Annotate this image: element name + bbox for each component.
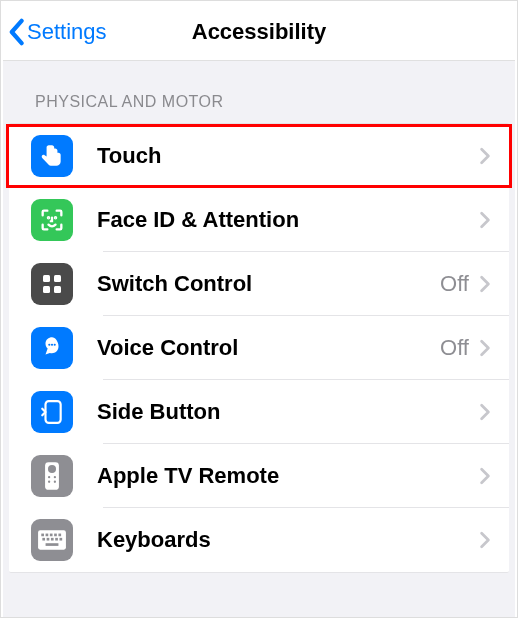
svg-point-14 [48,481,50,483]
chevron-right-icon [479,467,491,485]
back-button[interactable]: Settings [7,18,107,46]
svg-point-7 [51,344,53,346]
row-voice-control[interactable]: Voice Control Off [9,316,509,380]
content-area: PHYSICAL AND MOTOR Touch Face ID & Atten… [3,61,515,618]
row-label: Keyboards [97,527,479,553]
keyboard-icon [31,519,73,561]
switch-control-icon [31,263,73,305]
svg-rect-23 [47,538,50,541]
svg-rect-21 [58,534,61,537]
row-detail: Off [440,271,469,297]
side-button-icon [31,391,73,433]
row-label: Side Button [97,399,479,425]
chevron-right-icon [479,339,491,357]
page-title: Accessibility [192,19,327,45]
row-label: Face ID & Attention [97,207,479,233]
row-detail: Off [440,335,469,361]
section-header: PHYSICAL AND MOTOR [7,65,511,123]
chevron-right-icon [479,275,491,293]
row-switch-control[interactable]: Switch Control Off [9,252,509,316]
chevron-right-icon [479,403,491,421]
row-touch[interactable]: Touch [6,124,512,188]
svg-point-15 [54,481,56,483]
svg-point-1 [55,217,56,218]
svg-point-11 [48,465,56,473]
nav-bar: Settings Accessibility [3,3,515,61]
row-label: Touch [97,143,479,169]
row-faceid[interactable]: Face ID & Attention [9,188,509,252]
back-label: Settings [27,19,107,45]
svg-rect-9 [46,401,61,423]
row-label: Voice Control [97,335,440,361]
svg-rect-5 [54,286,61,293]
svg-rect-4 [43,286,50,293]
chevron-right-icon [479,147,491,165]
svg-rect-2 [43,275,50,282]
svg-rect-22 [42,538,45,541]
chevron-left-icon [7,18,25,46]
settings-list: Touch Face ID & Attention Switch Control… [9,123,509,573]
faceid-icon [31,199,73,241]
chevron-right-icon [479,531,491,549]
svg-rect-26 [60,538,63,541]
svg-point-8 [54,344,56,346]
svg-point-0 [48,217,49,218]
svg-rect-24 [51,538,54,541]
row-label: Switch Control [97,271,440,297]
voice-control-icon [31,327,73,369]
svg-rect-18 [46,534,49,537]
chevron-right-icon [479,211,491,229]
svg-point-6 [48,344,50,346]
row-side-button[interactable]: Side Button [9,380,509,444]
row-apple-tv-remote[interactable]: Apple TV Remote [9,444,509,508]
svg-rect-19 [50,534,53,537]
row-keyboards[interactable]: Keyboards [9,508,509,572]
touch-icon [31,135,73,177]
svg-rect-3 [54,275,61,282]
svg-rect-20 [54,534,57,537]
apple-tv-remote-icon [31,455,73,497]
svg-rect-25 [55,538,58,541]
svg-rect-17 [41,534,44,537]
svg-point-12 [48,476,50,478]
svg-point-13 [54,476,56,478]
svg-rect-27 [46,543,59,546]
row-label: Apple TV Remote [97,463,479,489]
